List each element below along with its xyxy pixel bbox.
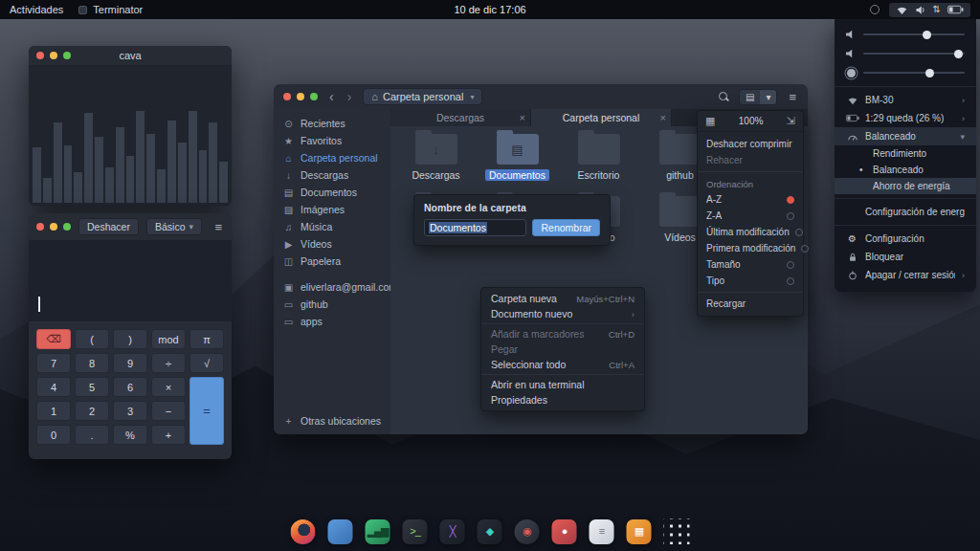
close-button[interactable] [36, 223, 44, 231]
calc-key[interactable]: 4 [36, 377, 71, 397]
sidebar-item[interactable]: ▭ github [274, 296, 390, 313]
slider-knob[interactable] [925, 69, 934, 77]
calc-key[interactable]: 9 [113, 353, 147, 373]
mode-dropdown[interactable]: Básico ▾ [146, 218, 202, 236]
system-tray[interactable]: ⇅ [889, 3, 970, 17]
menu-button[interactable]: ≡ [212, 221, 224, 233]
context-menu-item[interactable]: Añadir a marcadores Ctrl+D [481, 326, 644, 342]
calc-key[interactable]: 5 [75, 377, 109, 397]
slider-knob[interactable] [954, 50, 963, 58]
files-tab[interactable]: Carpeta personal × [531, 109, 672, 126]
calc-key[interactable]: π [189, 329, 224, 349]
calc-key[interactable]: + [151, 425, 186, 445]
calc-key[interactable]: 8 [75, 353, 109, 373]
calc-key[interactable]: × [151, 377, 186, 397]
view-mode-icon[interactable]: ▤ [740, 90, 760, 104]
context-menu-item[interactable]: Carpeta nueva Mayús+Ctrl+N [481, 291, 644, 306]
sidebar-item[interactable]: ★ Favoritos [274, 132, 390, 149]
activities-button[interactable]: Actividades [10, 4, 63, 15]
files-tab[interactable]: Descargas × [390, 109, 531, 126]
clock[interactable]: 10 de dic 17:06 [454, 4, 525, 15]
calc-key[interactable]: mod [151, 329, 186, 349]
power-profile-option[interactable]: • Rendimiento [835, 145, 976, 162]
context-menu-item[interactable]: Documento nuevo › [481, 306, 644, 324]
context-menu-item[interactable]: Pegar [481, 342, 644, 357]
undo-button[interactable]: Deshacer [78, 218, 139, 236]
fullscreen-icon[interactable]: ⇲ [787, 115, 795, 127]
sort-option[interactable]: Tamaño [698, 256, 803, 273]
context-menu-item[interactable]: Propiedades [481, 392, 644, 408]
redo-menu-item[interactable]: Rehacer [698, 152, 803, 168]
calc-key[interactable]: − [151, 401, 186, 421]
search-icon[interactable] [718, 91, 729, 102]
sort-option[interactable]: Primera modificación [698, 240, 803, 256]
rename-input[interactable]: Documentos [424, 219, 526, 236]
calc-key[interactable]: 2 [75, 401, 109, 421]
text-editor-icon[interactable]: ≡ [590, 519, 614, 544]
sidebar-item[interactable]: ↓ Descargas [274, 166, 390, 184]
calc-key[interactable]: ÷ [151, 353, 186, 373]
context-menu-item[interactable]: Abrir en una terminal [481, 377, 644, 392]
close-icon[interactable]: × [520, 113, 525, 123]
folder-item[interactable]: ▤ Documentos [477, 134, 558, 196]
sort-option[interactable]: Última modificación [698, 224, 803, 240]
calc-key[interactable]: ) [113, 329, 147, 349]
settings-item[interactable]: ⚙ Configuración [835, 230, 976, 248]
calc-key[interactable]: 0 [36, 425, 71, 445]
back-button[interactable]: ‹ [327, 90, 336, 103]
calc-key[interactable]: = [189, 377, 224, 445]
calculator-titlebar[interactable]: Deshacer Básico ▾ ≡ [29, 213, 232, 240]
sidebar-item[interactable]: ⊙ Recientes [274, 115, 390, 132]
brightness-slider[interactable] [863, 67, 965, 78]
sidebar-item[interactable]: ▭ apps [274, 313, 390, 330]
minimize-button[interactable] [50, 223, 57, 231]
focused-app-menu[interactable]: Terminator [78, 4, 143, 15]
calculator-icon[interactable]: ▦ [627, 519, 652, 544]
calc-key[interactable]: % [113, 425, 147, 445]
folder-item[interactable]: ↓ Descargas [395, 134, 477, 196]
sort-option[interactable]: Z-A [698, 208, 803, 224]
power-profile-item[interactable]: Balanceado ▾ [835, 127, 976, 145]
maximize-button[interactable] [63, 223, 71, 231]
status-icon[interactable] [870, 5, 880, 14]
sidebar-item[interactable]: ♫ Música [274, 218, 390, 235]
power-profile-option[interactable]: • Balanceado [835, 162, 976, 178]
power-off-item[interactable]: Apagar / cerrar sesión › [835, 266, 976, 284]
app-icon-diamond[interactable]: ◆ [478, 519, 502, 544]
app-icon-x[interactable]: ╳ [440, 519, 465, 544]
files-icon[interactable] [328, 519, 353, 544]
calculator-display[interactable] [29, 240, 232, 321]
firefox-icon[interactable] [291, 519, 316, 544]
calc-key[interactable]: 3 [113, 401, 147, 421]
maximize-button[interactable] [310, 93, 318, 100]
calc-key[interactable]: √ [189, 353, 224, 373]
calc-key[interactable]: 7 [36, 353, 71, 373]
calc-key[interactable]: 1 [36, 401, 71, 421]
folder-item[interactable]: Escritorio [558, 134, 639, 196]
sidebar-item[interactable]: ⌂ Carpeta personal [274, 149, 390, 166]
cava-titlebar[interactable]: cava [29, 46, 232, 65]
calc-key[interactable]: . [75, 425, 109, 445]
secondary-volume-slider[interactable] [863, 48, 965, 59]
zoom-out-icon[interactable]: ▦ [705, 115, 715, 127]
sidebar-item[interactable]: ▨ Imágenes [274, 201, 390, 218]
files-headerbar[interactable]: ‹ › ⌂ Carpeta personal ▾ ▤ ▾ ≡ [274, 84, 808, 109]
power-settings-item[interactable]: Configuración de energía [835, 203, 976, 221]
undo-menu-item[interactable]: Deshacer comprimir [698, 136, 803, 152]
minimize-button[interactable] [297, 93, 304, 100]
sidebar-item[interactable]: ◫ Papelera [274, 253, 390, 270]
screenshot-icon[interactable]: ● [552, 519, 577, 544]
rename-button[interactable]: Renombrar [532, 219, 600, 236]
lock-item[interactable]: Bloquear [835, 248, 976, 266]
slider-knob[interactable] [923, 31, 931, 39]
context-menu-item[interactable]: Seleccionar todo Ctrl+A [481, 357, 644, 375]
sidebar-item[interactable]: ▤ Documentos [274, 184, 390, 201]
window-menu-button[interactable]: ≡ [787, 91, 798, 103]
path-bar[interactable]: ⌂ Carpeta personal ▾ [363, 88, 482, 105]
system-monitor-icon[interactable]: ▂▄▆ [366, 519, 390, 544]
close-button[interactable] [283, 93, 291, 100]
sidebar-item[interactable]: ▣ eliverlara@gmail.com [274, 278, 390, 296]
sidebar-item-other-locations[interactable]: + Otras ubicaciones [274, 412, 390, 430]
app-grid-icon[interactable] [664, 518, 690, 544]
power-profile-option[interactable]: • Ahorro de energía [835, 178, 976, 194]
